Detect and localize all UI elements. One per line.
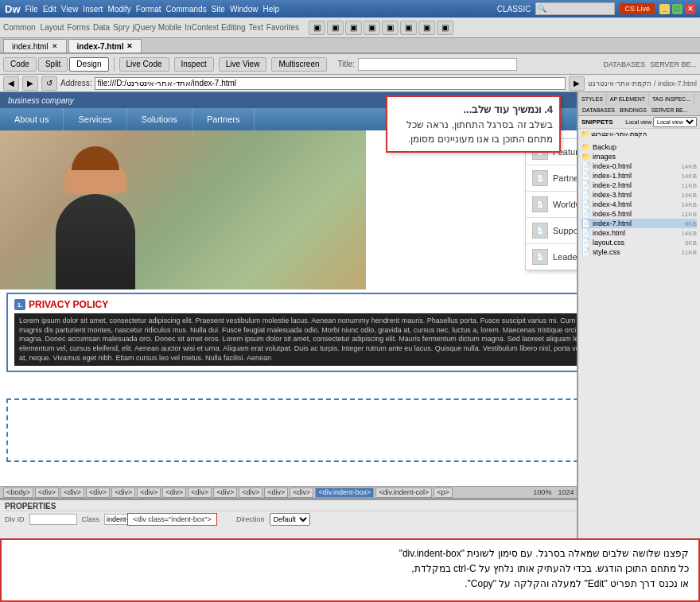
server-tab[interactable]: SERVER BE... — [649, 107, 690, 113]
databases-tab[interactable]: DATABASES — [580, 107, 617, 113]
menu-window[interactable]: Window — [230, 5, 259, 14]
tab-index7[interactable]: index-7.html ✕ — [68, 39, 142, 52]
bindings-tab[interactable]: BINDINGS — [617, 107, 649, 113]
file-index4[interactable]: 📄 index-4.html 14KB — [581, 200, 697, 209]
tag-div11[interactable]: <div> — [290, 487, 313, 498]
file-style-css[interactable]: 📄 style.css 11KB — [581, 247, 697, 257]
file-images-name: images — [593, 153, 616, 161]
right-panel: STYLES AP ELEMENT TAG INSPEC... DATABASE… — [577, 92, 700, 538]
nav-refresh[interactable]: ↺ — [41, 76, 57, 91]
snippets-header: SNIPPETS Local view Local view — [578, 116, 700, 129]
nav-services[interactable]: Services — [64, 108, 126, 130]
file-index4-size: 14KB — [681, 201, 697, 208]
file-index[interactable]: 📄 index.html 14KB — [581, 228, 697, 238]
annotation-line3: או נכנס דרך תפריט "Edit" למעלה והקלקה על… — [11, 577, 689, 592]
site-folder-name: הקמת-אתר-אינטרנט — [591, 130, 646, 138]
styles-tab[interactable]: STYLES — [578, 92, 607, 105]
file-index3-size: 14KB — [681, 192, 697, 199]
maximize-button[interactable]: □ — [672, 4, 682, 14]
file-index7[interactable]: 📄 index-7.html 8KB — [581, 219, 697, 228]
nav-forward[interactable]: ▶ — [22, 76, 38, 91]
ap-element-tab[interactable]: AP ELEMENT — [607, 92, 649, 105]
nav-back[interactable]: ◀ — [3, 76, 19, 91]
title-input[interactable] — [358, 58, 517, 71]
tag-inspec-tab[interactable]: TAG INSPEC... — [649, 92, 694, 105]
menu-commands[interactable]: Commands — [166, 5, 207, 14]
tag-div7[interactable]: <div> — [188, 487, 212, 498]
file-icon-1: 📄 — [581, 172, 590, 180]
div-id-label: Div ID — [5, 515, 25, 523]
title-bar: Dw File Edit View Insert Modify Format C… — [0, 0, 700, 17]
tag-div8[interactable]: <div> — [213, 487, 237, 498]
menu-edit[interactable]: Edit — [43, 5, 56, 14]
file-index0[interactable]: 📄 index-0.html 14KB — [581, 161, 697, 171]
minimize-button[interactable]: _ — [659, 4, 670, 14]
toolbar-icon-7[interactable]: ▣ — [437, 21, 453, 35]
privacy-icon: 1. — [14, 299, 25, 310]
insert-btn[interactable]: ▣ — [309, 21, 325, 35]
search-input[interactable] — [535, 2, 615, 15]
file-icon-index: 📄 — [581, 229, 590, 237]
menu-site[interactable]: Site — [212, 5, 225, 14]
toolbar-icon-4[interactable]: ▣ — [382, 21, 399, 35]
tag-indent-col[interactable]: <div.indent-col> — [375, 487, 432, 498]
menu-format[interactable]: Format — [136, 5, 161, 14]
file-index3[interactable]: 📄 index-3.html 14KB — [581, 190, 697, 200]
toolbar-icon-1[interactable]: ▣ — [327, 21, 344, 35]
app-logo: Dw — [5, 3, 21, 15]
menu-help[interactable]: Help — [262, 5, 279, 14]
file-index5[interactable]: 📄 index-5.html 11KB — [581, 209, 697, 219]
address-label: Address: — [60, 79, 91, 87]
toolbar-icon-5[interactable]: ▣ — [400, 21, 417, 35]
address-go[interactable]: ▶ — [569, 76, 585, 91]
file-backup[interactable]: 📁 Backup — [581, 142, 697, 152]
site-folder-icon: 📁 — [581, 130, 589, 138]
cs-live-button[interactable]: CS Live — [620, 3, 655, 14]
toolbar-icon-2[interactable]: ▣ — [345, 21, 362, 35]
file-images[interactable]: 📁 images — [581, 152, 697, 161]
menu-view[interactable]: View — [61, 5, 79, 14]
nav-solutions[interactable]: Solutions — [127, 108, 192, 130]
tag-p[interactable]: <p> — [434, 487, 453, 498]
inspect-button[interactable]: Inspect — [174, 57, 214, 72]
file-index2[interactable]: 📄 index-2.html 11KB — [581, 181, 697, 190]
file-index5-name: index-5.html — [593, 210, 632, 218]
tag-div10[interactable]: <div> — [264, 487, 288, 498]
file-style-name: style.css — [593, 248, 620, 256]
file-index1[interactable]: 📄 index-1.html 14KB — [581, 171, 697, 181]
live-view-button[interactable]: Live View — [219, 57, 267, 72]
local-view-select[interactable]: Local view — [653, 117, 697, 127]
tag-div5[interactable]: <div> — [137, 487, 161, 498]
menu-item-support-icon: 📄 — [532, 223, 548, 239]
close-button[interactable]: ✕ — [685, 4, 695, 14]
tag-div6[interactable]: <div> — [162, 487, 186, 498]
direction-select[interactable]: Default — [270, 513, 310, 526]
menu-modify[interactable]: Modify — [107, 5, 130, 14]
tag-div1[interactable]: <div> — [35, 487, 59, 498]
toolbar-icon-6[interactable]: ▣ — [418, 21, 435, 35]
nav-about[interactable]: About us — [0, 108, 64, 130]
bottom-annotation: קפצנו שלושה שלבים שמאלה בסרגל. עם סימון … — [0, 538, 700, 602]
menu-file[interactable]: File — [25, 5, 38, 14]
tag-body[interactable]: <body> — [3, 487, 33, 498]
toolbar-icon-3[interactable]: ▣ — [364, 21, 380, 35]
tag-indent-box[interactable]: <div.indent-box> — [315, 487, 374, 498]
live-code-button[interactable]: Live Code — [119, 57, 169, 72]
tag-div4[interactable]: <div> — [111, 487, 135, 498]
tab-index7-close[interactable]: ✕ — [126, 42, 133, 50]
file-layout-css[interactable]: 📄 layout.css 6KB — [581, 238, 697, 247]
tag-div3[interactable]: <div> — [86, 487, 110, 498]
code-view-button[interactable]: Code — [3, 57, 37, 72]
callout-top: 4. ונמשיך עוד שלב... בשלב זה בסרגל התחתו… — [386, 95, 561, 153]
tag-div2[interactable]: <div> — [60, 487, 84, 498]
nav-partners[interactable]: Partners — [192, 108, 255, 130]
multiscreen-button[interactable]: Multiscreen — [271, 57, 326, 72]
split-view-button[interactable]: Split — [38, 57, 68, 72]
address-input[interactable] — [95, 77, 566, 90]
design-view-button[interactable]: Design — [69, 57, 108, 72]
tab-index[interactable]: index.html ✕ — [3, 39, 67, 52]
tag-div9[interactable]: <div> — [239, 487, 262, 498]
tab-index-close[interactable]: ✕ — [52, 42, 58, 50]
div-id-input[interactable] — [29, 514, 77, 525]
menu-insert[interactable]: Insert — [83, 5, 103, 14]
